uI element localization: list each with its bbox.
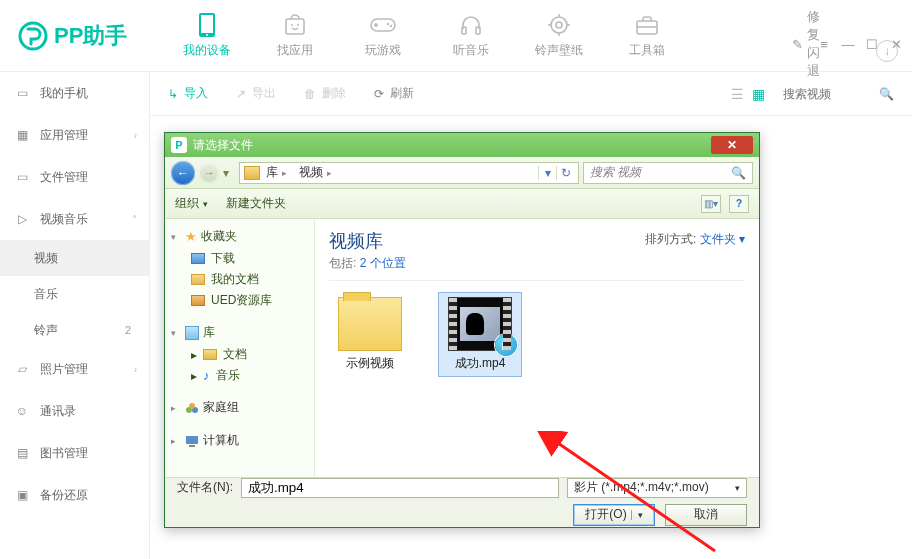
logo-text: PP助手 bbox=[54, 21, 127, 51]
phone-icon bbox=[194, 12, 220, 38]
tree-item-ued[interactable]: UED资源库 bbox=[169, 290, 310, 311]
minimize-icon[interactable]: — bbox=[840, 37, 856, 52]
svg-point-6 bbox=[297, 24, 299, 26]
image-icon: ▱ bbox=[14, 361, 30, 377]
locations-link[interactable]: 2 个位置 bbox=[360, 256, 406, 270]
tree-item-music[interactable]: ▸♪音乐 bbox=[169, 365, 310, 386]
sidebar-file-manage[interactable]: ▭文件管理 bbox=[0, 156, 149, 198]
search-box[interactable]: 🔍 bbox=[781, 86, 894, 102]
nav-my-device[interactable]: 我的设备 bbox=[163, 6, 251, 65]
svg-point-3 bbox=[206, 34, 208, 36]
app-logo: PP助手 bbox=[18, 21, 127, 51]
sidebar-sub-music[interactable]: 音乐 bbox=[0, 276, 149, 312]
nav-games[interactable]: 玩游戏 bbox=[339, 6, 427, 65]
chevron-up-icon: ˄ bbox=[132, 214, 137, 225]
svg-rect-11 bbox=[476, 27, 480, 34]
open-button[interactable]: 打开(O)▾ bbox=[573, 504, 655, 526]
sidebar-video-music[interactable]: ▷视频音乐˄ bbox=[0, 198, 149, 240]
chevron-right-icon: › bbox=[134, 130, 137, 141]
dialog-close-button[interactable]: ✕ bbox=[711, 136, 753, 154]
path-seg-video[interactable]: 视频▸ bbox=[295, 164, 338, 181]
dialog-search[interactable]: 搜索 视频 🔍 bbox=[583, 162, 753, 184]
trash-icon: 🗑 bbox=[304, 87, 316, 101]
list-view-icon[interactable]: ☰ bbox=[731, 86, 744, 102]
path-refresh-icon[interactable]: ↻ bbox=[556, 166, 574, 180]
music-icon: ♪ bbox=[203, 368, 210, 383]
pp-icon: P bbox=[171, 137, 187, 153]
view-mode-button[interactable]: ▥▾ bbox=[701, 195, 721, 213]
tree-item-downloads[interactable]: 下载 bbox=[169, 248, 310, 269]
tree-item-documents[interactable]: ▸文档 bbox=[169, 344, 310, 365]
folder-icon bbox=[203, 349, 217, 360]
tree-computer[interactable]: ▸计算机 bbox=[169, 429, 310, 452]
sidebar-my-phone[interactable]: ▭我的手机 bbox=[0, 72, 149, 114]
tree-homegroup[interactable]: ▸家庭组 bbox=[169, 396, 310, 419]
folder-tree: ▾★收藏夹 下载 我的文档 UED资源库 ▾库 ▸文档 ▸♪音乐 ▸家庭组 ▸计… bbox=[165, 219, 315, 477]
download-button[interactable]: ↓ bbox=[876, 40, 898, 62]
svg-rect-23 bbox=[186, 436, 198, 444]
search-icon[interactable]: 🔍 bbox=[879, 87, 894, 101]
cancel-button[interactable]: 取消 bbox=[665, 504, 747, 526]
file-item-folder[interactable]: 示例视频 bbox=[329, 293, 411, 376]
export-button: ↗导出 bbox=[236, 85, 276, 102]
arrange-by: 排列方式: 文件夹 ▾ bbox=[645, 231, 745, 248]
refresh-button[interactable]: ⟳刷新 bbox=[374, 85, 414, 102]
computer-icon bbox=[185, 434, 199, 448]
count-badge: 2 bbox=[125, 324, 131, 336]
nav-music[interactable]: 听音乐 bbox=[427, 6, 515, 65]
nav-toolbox[interactable]: 工具箱 bbox=[603, 6, 691, 65]
sidebar-sub-video[interactable]: 视频 bbox=[0, 240, 149, 276]
svg-point-5 bbox=[291, 24, 293, 26]
tree-libraries[interactable]: ▾库 bbox=[169, 321, 310, 344]
filetype-filter[interactable]: 影片 (*.mp4;*.m4v;*.mov)▾ bbox=[567, 478, 747, 498]
svg-rect-2 bbox=[201, 15, 213, 33]
menu-icon[interactable]: ≡ bbox=[816, 37, 832, 52]
contacts-icon: ☺ bbox=[14, 403, 30, 419]
folder-icon bbox=[191, 253, 205, 264]
svg-point-12 bbox=[551, 17, 567, 33]
filename-input[interactable] bbox=[241, 478, 559, 498]
help-button[interactable]: ? bbox=[729, 195, 749, 213]
sidebar-backup[interactable]: ▣备份还原 bbox=[0, 474, 149, 516]
video-thumbnail: ▶ bbox=[448, 297, 512, 351]
nav-find-apps[interactable]: 找应用 bbox=[251, 6, 339, 65]
sidebar-sub-ringtone[interactable]: 铃声2 bbox=[0, 312, 149, 348]
svg-point-22 bbox=[189, 403, 195, 409]
export-icon: ↗ bbox=[236, 87, 246, 101]
svg-rect-10 bbox=[462, 27, 466, 34]
organize-button[interactable]: 组织 ▾ bbox=[175, 195, 208, 212]
sidebar-app-manage[interactable]: ▦应用管理› bbox=[0, 114, 149, 156]
library-icon bbox=[185, 326, 199, 340]
headphone-icon bbox=[458, 12, 484, 38]
sidebar-books[interactable]: ▤图书管理 bbox=[0, 432, 149, 474]
svg-point-0 bbox=[20, 23, 46, 49]
path-seg-library[interactable]: 库▸ bbox=[262, 164, 293, 181]
folder-icon bbox=[191, 274, 205, 285]
dialog-title: 请选择文件 bbox=[193, 137, 253, 154]
apps-icon: ▦ bbox=[14, 127, 30, 143]
dialog-nav: ← → ▾ 库▸ 视频▸ ▾↻ 搜索 视频 🔍 bbox=[165, 157, 759, 189]
tree-favorites[interactable]: ▾★收藏夹 bbox=[169, 225, 310, 248]
nav-back-button[interactable]: ← bbox=[171, 161, 195, 185]
backup-icon: ▣ bbox=[14, 487, 30, 503]
folder-icon bbox=[191, 295, 205, 306]
path-bar[interactable]: 库▸ 视频▸ ▾↻ bbox=[239, 162, 579, 184]
gamepad-icon bbox=[370, 12, 396, 38]
repair-flash-button[interactable]: ✎ 修复闪退 bbox=[792, 8, 808, 80]
dialog-titlebar[interactable]: P 请选择文件 ✕ bbox=[165, 133, 759, 157]
sidebar-contacts[interactable]: ☺通讯录 bbox=[0, 390, 149, 432]
history-dropdown-icon[interactable]: ▾ bbox=[223, 166, 235, 180]
tree-item-mydocs[interactable]: 我的文档 bbox=[169, 269, 310, 290]
grid-view-icon[interactable]: ▦ bbox=[752, 86, 765, 102]
import-button[interactable]: ↳导入 bbox=[168, 85, 208, 102]
import-icon: ↳ bbox=[168, 87, 178, 101]
path-dropdown-icon[interactable]: ▾ bbox=[538, 166, 556, 180]
folder-icon bbox=[338, 297, 402, 351]
new-folder-button[interactable]: 新建文件夹 bbox=[226, 195, 286, 212]
file-item-mp4[interactable]: ▶ 成功.mp4 bbox=[439, 293, 521, 376]
nav-ringtone-wallpaper[interactable]: 铃声壁纸 bbox=[515, 6, 603, 65]
search-input[interactable] bbox=[781, 86, 871, 102]
sidebar-photo-manage[interactable]: ▱照片管理› bbox=[0, 348, 149, 390]
library-subtitle: 包括: 2 个位置 bbox=[329, 255, 745, 272]
arrange-link[interactable]: 文件夹 ▾ bbox=[700, 232, 745, 246]
